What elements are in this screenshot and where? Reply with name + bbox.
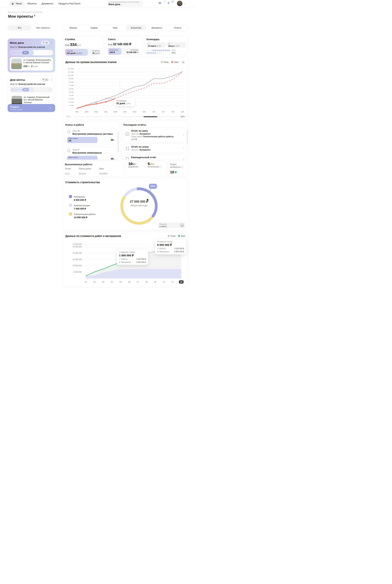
stage-item-07[interactable]: Этап 07 Внутренние инженерные Шаги этапа…: [65, 147, 117, 160]
calendar-month-cell: [152, 50, 154, 51]
info-icon[interactable]: i: [181, 166, 183, 168]
avatar-chevron-icon[interactable]: ⌄: [184, 2, 185, 4]
tab-analytics[interactable]: Аналитика: [126, 25, 146, 30]
report-step[interactable]: Отчёт по шагу Этап 02. Фундамент Пакет р…: [124, 128, 186, 142]
chart-type-button[interactable]: [181, 60, 186, 64]
checkbox-icon: [126, 132, 130, 136]
calendar-month-cell: [156, 50, 158, 51]
tab-journal[interactable]: Журнал: [63, 25, 83, 30]
materials-dot-icon: [119, 262, 120, 263]
legend-works: Строительные работы14 000 000 ₽: [69, 212, 96, 219]
kebab-menu-icon[interactable]: ⋮: [50, 42, 53, 44]
svg-text:1 этап: 1 этап: [69, 104, 74, 106]
project-tag-badge[interactable]: 11: [41, 78, 49, 82]
project-card-macho-dacha[interactable]: Мачо дача 11 ⋮ Этап 11: Благоустройство …: [8, 38, 55, 72]
project-switcher[interactable]: ул. Кораблестроителей, уч.54, пос Корабл…: [107, 0, 143, 7]
donut-center: 27 000 000 ₽ общие расходы: [117, 200, 161, 207]
report-stage[interactable]: Отчёт по этапу Этап 02. Фундамент ›: [124, 144, 186, 153]
project-stage: Этап 11: Благоустройство участка: [10, 83, 53, 85]
cursor-icon: [147, 198, 150, 202]
svg-text:04: 04: [111, 281, 113, 283]
menu-button[interactable]: Меню: [9, 0, 25, 7]
info-icon[interactable]: i: [159, 166, 162, 168]
clipboard-icon: [126, 157, 130, 160]
svg-text:3 этап: 3 этап: [69, 98, 74, 100]
sidebar-filter-tabs: Все Уже строятся2: [8, 25, 55, 31]
create-project-button[interactable]: Создать новый проект +: [8, 104, 55, 112]
kebab-menu-icon[interactable]: ⋮: [50, 78, 53, 81]
calendar-month-cell: [156, 52, 158, 54]
calculator-icon: [180, 224, 184, 227]
tab-receipts[interactable]: Чеки: [105, 25, 125, 30]
goto-estimate-button[interactable]: Перейтив смету: [158, 222, 186, 228]
calendar-month-cell: [154, 50, 156, 51]
svg-text:20 000 000: 20 000 000: [72, 252, 82, 254]
project-photo: [11, 59, 22, 69]
activity-index-card: Индекс активностиi 10: [168, 161, 188, 177]
project-card-name: Дом мечты: [10, 78, 41, 81]
nav-products[interactable]: Продукты Pazl Doom: [58, 2, 80, 5]
timeline-thumb[interactable]: [144, 116, 157, 117]
vector-square-icon: [126, 146, 130, 150]
bar-chart-icon: [182, 61, 184, 63]
scrollbar[interactable]: [187, 130, 188, 144]
project-progress-bar[interactable]: 50% ··: [10, 50, 53, 55]
project-tag-badge[interactable]: 11: [41, 41, 49, 45]
menu-label: Меню: [16, 2, 22, 5]
stat-steps: Шаги 200/600: [99, 168, 108, 175]
svg-text:6 этап: 6 этап: [69, 88, 74, 90]
svg-text:авг: авг: [143, 111, 146, 113]
calendar-month-cell: [150, 52, 152, 54]
calendar-month-cell: [158, 52, 160, 54]
plan-dot-icon: [161, 61, 163, 63]
calendar-month-cell: [146, 50, 148, 51]
calendar-month-cell: [146, 52, 148, 54]
project-address-text: ул. Садовая, Всеволожский р-н, массив Ве…: [24, 96, 51, 104]
calendar-from-pill[interactable]: С 14 марта 2023: [146, 42, 166, 48]
notifications-button[interactable]: 120: [167, 1, 174, 6]
nav-objects[interactable]: Объекты: [27, 2, 37, 5]
progress-trail-dots: ··: [29, 52, 49, 54]
calendar-to-pill[interactable]: По Август, 2024: [167, 42, 186, 48]
cost-legend: Материалы6 000 000 ₽ Комплектующие7 000 …: [69, 195, 96, 221]
tab-all[interactable]: Все: [8, 25, 31, 30]
stage-steps-bar: Шаги этапа: [67, 156, 98, 160]
svg-text:дек: дек: [181, 111, 184, 113]
svg-text:7 этап: 7 этап: [69, 84, 74, 86]
indices-card: Процент доработок 10% Индекс исполненияi…: [126, 161, 167, 177]
scrollbar[interactable]: [118, 132, 118, 152]
cost-chart-legend: План Факт: [168, 235, 186, 237]
svg-text:сен: сен: [152, 111, 155, 113]
legend-materials: Материалы6 000 000 ₽: [69, 195, 96, 201]
stage-item-06[interactable]: Этап 06 Внутренние инженерные системы Ша…: [65, 128, 117, 145]
nav-documents[interactable]: Документы: [42, 2, 53, 5]
progress-percent-chip: 50%: [22, 88, 29, 91]
svg-text:2 этап: 2 этап: [69, 101, 74, 103]
breadcrumb[interactable]: Мои проекты > Мачо дача > Аналитика: [8, 11, 43, 13]
tab-reports[interactable]: Отчёты: [168, 25, 188, 30]
tab-documents[interactable]: Документы: [147, 25, 167, 30]
progress-dotted-leader: [15, 90, 22, 90]
calendar-row-2024: 2024: [146, 52, 186, 54]
messages-button[interactable]: 5: [158, 1, 165, 6]
tab-in-progress[interactable]: Уже строятся2: [32, 25, 55, 30]
svg-text:10 этап: 10 этап: [68, 74, 74, 76]
svg-text:июл: июл: [133, 111, 136, 113]
svg-text:9 этап: 9 этап: [69, 78, 74, 80]
report-weekly[interactable]: Еженедельный отчёт 17 мая — 24 мая ›: [124, 154, 186, 160]
estimate-card[interactable]: Смета› Ещё32 545 000 ₽ Потрачено200 ₽ Ос…: [106, 36, 142, 55]
yellow-dot-icon: [150, 163, 152, 165]
construction-days: Ещё334дня: [65, 42, 101, 47]
avatar[interactable]: [177, 1, 182, 6]
chevron-right-icon: ›: [183, 157, 184, 160]
tab-tasks[interactable]: Задачи: [84, 25, 104, 30]
chart-timeline: 2023 2024: [65, 116, 186, 118]
chevron-right-icon: ›: [116, 38, 117, 41]
project-address-box[interactable]: ул. Садовая, Всеволожский р-н, массив Ве…: [10, 57, 53, 70]
legend-fact: Факт: [171, 61, 179, 63]
svg-text:09: 09: [154, 281, 156, 283]
project-progress-bar[interactable]: 50% ··: [10, 87, 53, 92]
legend-components: Комплектующие7 000 000 ₽: [69, 204, 96, 210]
timeline-track[interactable]: [72, 116, 179, 117]
estimate-amount: Ещё32 545 000 ₽: [108, 42, 140, 46]
